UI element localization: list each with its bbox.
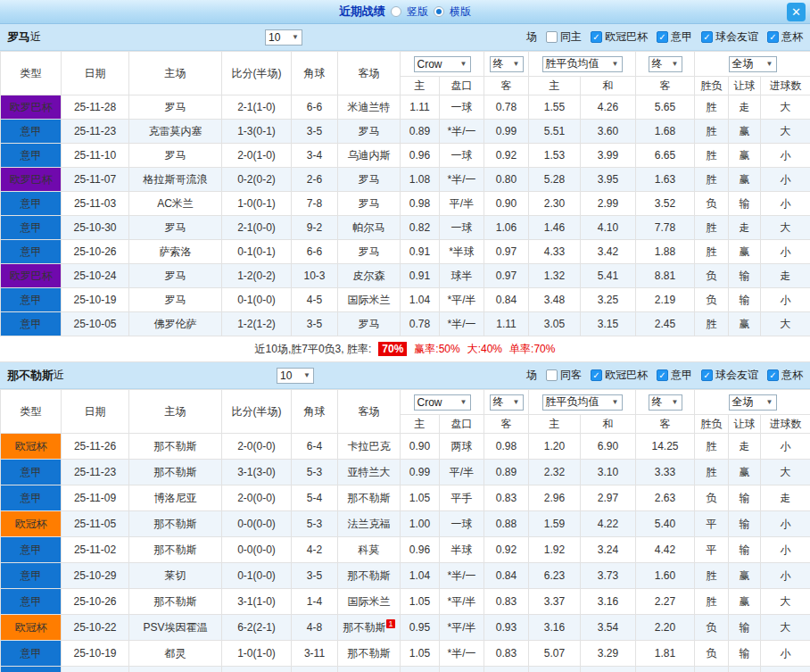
handicap-line: *半/一 — [440, 120, 484, 144]
scope-select[interactable]: 全场▼ — [729, 56, 777, 72]
same-venue-filter[interactable]: 同主 — [546, 29, 582, 45]
match-count-select[interactable]: 10▼ — [265, 29, 302, 46]
home-team: 罗马 — [129, 95, 222, 120]
matches-label: 场 — [526, 368, 537, 383]
avg-odds-select[interactable]: 胜平负均值▼ — [542, 394, 623, 411]
league-filter-seriea[interactable]: ✓意甲 — [657, 368, 692, 383]
home-team: AC米兰 — [129, 192, 222, 216]
match-date: 25-11-03 — [62, 192, 129, 216]
home-team: 罗马 — [129, 216, 222, 240]
avg-home: 6.23 — [529, 563, 581, 589]
red-card-badge: 1 — [386, 619, 394, 628]
avg-home: 1.32 — [529, 264, 581, 288]
match-date: 25-11-28 — [62, 95, 129, 120]
bookmaker-select[interactable]: Crow▼ — [414, 394, 471, 411]
league-filter-friendly[interactable]: ✓球会友谊 — [701, 29, 758, 45]
corner-count: 10-3 — [292, 264, 338, 288]
final-odds-select[interactable]: 终▼ — [490, 394, 524, 411]
away-team: 国际米兰 — [338, 288, 401, 312]
avg-home: 1.59 — [529, 511, 581, 537]
scope-select[interactable]: 全场▼ — [729, 394, 777, 411]
league-filter-uefa[interactable]: ✓欧冠巴杯 — [591, 368, 648, 383]
layout-radio-horizontal-label[interactable]: 横版 — [450, 4, 471, 20]
odds-away: 0.88 — [484, 511, 529, 537]
odds-away: 1.05 — [484, 667, 529, 672]
final-avg-select[interactable]: 终▼ — [649, 394, 682, 411]
avg-home: 5.07 — [529, 641, 581, 667]
final-avg-select[interactable]: 终▼ — [649, 56, 682, 72]
odds-home: 1.11 — [401, 95, 440, 120]
corner-count: 4-8 — [292, 615, 338, 641]
goals-flag: 小 — [761, 240, 810, 264]
league-badge: 意甲 — [1, 120, 62, 144]
final-odds-select[interactable]: 终▼ — [490, 56, 524, 72]
league-filter-seriea[interactable]: ✓意甲 — [657, 29, 692, 45]
home-team: PSV埃因霍温 — [129, 615, 222, 641]
avg-odds-select[interactable]: 胜平负均值▼ — [542, 56, 623, 72]
result-flag: 胜 — [695, 563, 729, 589]
col-type: 类型 — [1, 390, 62, 434]
league-badge: 意甲 — [1, 288, 62, 312]
layout-radio-vertical[interactable] — [391, 6, 401, 17]
avg-away: 2.19 — [636, 288, 695, 312]
handicap-line: 平手 — [440, 485, 484, 511]
col-corner: 角球 — [292, 52, 338, 95]
same-venue-filter[interactable]: 同客 — [546, 368, 582, 383]
match-date: 25-11-07 — [62, 168, 129, 192]
odds-home: 0.98 — [401, 192, 440, 216]
handicap-flag: 赢 — [729, 120, 761, 144]
goals-flag: 走 — [761, 485, 810, 511]
team-section-napoli: 那不勒斯 近 10▼ 场 同客 ✓欧冠巴杯 ✓意甲 ✓球会友谊 ✓意杯 — [0, 362, 810, 672]
handicap-line: *半/一 — [440, 641, 484, 667]
avg-away: 7.78 — [636, 216, 695, 240]
result-flag: 胜 — [695, 216, 729, 240]
odds-away: 0.84 — [484, 563, 529, 589]
league-filter-cup[interactable]: ✓意杯 — [767, 368, 803, 383]
league-badge: 意甲 — [1, 667, 62, 672]
checkbox-checked-icon: ✓ — [657, 31, 668, 43]
match-score: 0-1(0-1) — [222, 240, 292, 264]
handicap-line: 平/半 — [440, 460, 484, 485]
match-score: 2-0(0-0) — [222, 485, 292, 511]
bookmaker-select[interactable]: Crow▼ — [414, 56, 471, 72]
avg-away: 1.81 — [636, 641, 695, 667]
checkbox-unchecked-icon — [546, 369, 558, 381]
corner-count: 5-3 — [292, 511, 338, 537]
handicap-flag: 赢 — [729, 312, 761, 336]
league-filter-friendly[interactable]: ✓球会友谊 — [701, 368, 758, 383]
avg-away: 14.25 — [636, 434, 695, 460]
chevron-down-icon: ▼ — [672, 60, 679, 68]
odds-away: 0.83 — [484, 589, 529, 615]
match-row: 意甲25-11-02那不勒斯0-0(0-0)4-2科莫0.96半球0.921.9… — [1, 537, 810, 563]
odds-home: 1.05 — [401, 641, 440, 667]
avg-home: 5.28 — [529, 168, 581, 192]
avg-away: 8.30 — [636, 667, 695, 672]
match-score: 1-0(0-1) — [222, 192, 292, 216]
filter-bar: 近 10▼ 场 同客 ✓欧冠巴杯 ✓意甲 ✓球会友谊 ✓意杯 — [54, 368, 803, 384]
layout-radio-vertical-label[interactable]: 竖版 — [407, 4, 428, 20]
handicap-win-rate: 赢率:50% — [414, 342, 459, 357]
avg-draw: 3.25 — [581, 288, 636, 312]
layout-radio-horizontal[interactable] — [434, 6, 444, 17]
league-filter-uefa[interactable]: ✓欧冠巴杯 — [591, 29, 648, 45]
avg-draw: 3.10 — [581, 460, 636, 485]
match-date: 25-11-26 — [62, 434, 129, 460]
match-count-select[interactable]: 10▼ — [277, 368, 314, 384]
checkbox-checked-icon: ✓ — [701, 369, 713, 381]
home-team: 克雷莫内塞 — [129, 120, 222, 144]
avg-home: 2.32 — [529, 460, 581, 485]
odds-home: 0.96 — [401, 537, 440, 563]
match-row: 意甲25-10-19都灵1-0(1-0)3-11那不勒斯1.05*半/一0.83… — [1, 641, 810, 667]
goals-flag: 大 — [761, 667, 810, 672]
league-filter-cup[interactable]: ✓意杯 — [767, 29, 803, 45]
filter-bar: 近 10▼ 场 同主 ✓欧冠巴杯 ✓意甲 ✓球会友谊 ✓意杯 — [30, 29, 803, 46]
away-team: 罗马 — [338, 120, 401, 144]
match-row: 欧冠杯25-11-26那不勒斯2-0(0-0)6-4卡拉巴克0.90两球0.98… — [1, 434, 810, 460]
corner-count: 3-5 — [292, 312, 338, 336]
home-team: 博洛尼亚 — [129, 485, 222, 511]
match-score: 1-0(1-0) — [222, 641, 292, 667]
close-button[interactable]: ✕ — [787, 3, 806, 21]
match-score: 2-0(0-0) — [222, 434, 292, 460]
league-badge: 意甲 — [1, 216, 62, 240]
avg-draw: 4.43 — [581, 667, 636, 672]
